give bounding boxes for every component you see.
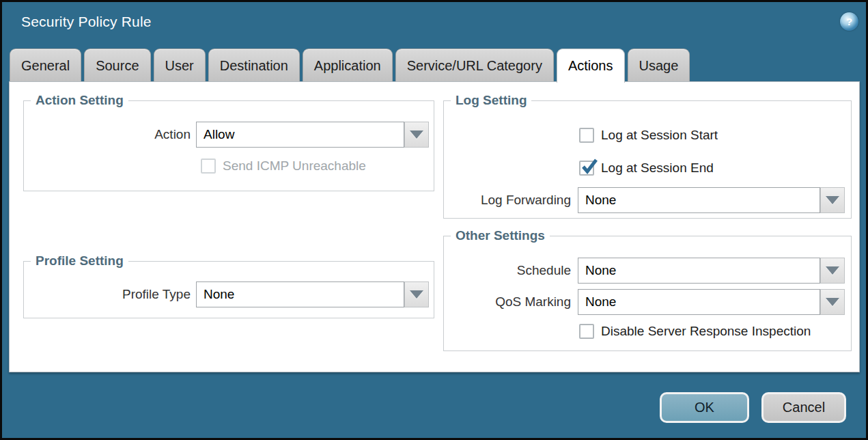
action-dropdown-button[interactable] <box>404 122 429 148</box>
dialog-title: Security Policy Rule <box>21 14 152 30</box>
log-setting-legend: Log Setting <box>451 93 531 108</box>
action-setting-legend: Action Setting <box>31 93 128 108</box>
other-settings-legend: Other Settings <box>451 228 550 243</box>
disable-sri-label: Disable Server Response Inspection <box>601 323 811 340</box>
schedule-dropdown-button[interactable] <box>820 258 845 284</box>
log-session-end-checkbox[interactable] <box>579 161 594 176</box>
qos-marking-dropdown[interactable]: None <box>578 289 820 315</box>
log-forwarding-dropdown[interactable]: None <box>578 187 820 213</box>
tab-bar: General Source User Destination Applicat… <box>10 49 690 81</box>
dropdown-arrow-icon <box>826 298 839 306</box>
log-session-end-label: Log at Session End <box>601 160 714 176</box>
security-policy-rule-dialog: Security Policy Rule ? General Source Us… <box>0 0 868 440</box>
schedule-value: None <box>585 263 616 277</box>
tab-user[interactable]: User <box>154 49 206 81</box>
log-session-start-checkbox[interactable] <box>579 128 594 143</box>
cancel-button[interactable]: Cancel <box>761 392 846 423</box>
schedule-label: Schedule <box>366 258 571 284</box>
action-label: Action <box>10 122 191 148</box>
action-dropdown[interactable]: Allow <box>196 122 404 148</box>
schedule-dropdown[interactable]: None <box>578 258 820 284</box>
tab-actions[interactable]: Actions <box>557 49 625 83</box>
qos-marking-dropdown-button[interactable] <box>820 289 845 315</box>
dropdown-arrow-icon <box>410 130 423 139</box>
tab-destination[interactable]: Destination <box>208 49 300 81</box>
send-icmp-label: Send ICMP Unreachable <box>223 158 366 174</box>
tab-source[interactable]: Source <box>84 49 150 81</box>
dropdown-arrow-icon <box>826 266 839 275</box>
qos-marking-value: None <box>585 294 616 309</box>
help-icon[interactable]: ? <box>840 12 858 31</box>
disable-sri-checkbox[interactable] <box>579 324 594 339</box>
profile-type-label: Profile Type <box>10 281 191 307</box>
send-icmp-checkbox <box>201 159 216 174</box>
actions-tab-panel: Action Setting Action Allow Send ICMP Un… <box>9 81 860 372</box>
tab-usage[interactable]: Usage <box>628 49 690 81</box>
log-session-start-label: Log at Session Start <box>601 127 718 143</box>
log-forwarding-value: None <box>585 193 616 207</box>
ok-button[interactable]: OK <box>660 392 749 423</box>
dropdown-arrow-icon <box>826 196 839 204</box>
log-forwarding-label: Log Forwarding <box>366 187 571 213</box>
action-value: Allow <box>204 127 234 141</box>
qos-marking-label: QoS Marking <box>366 289 571 315</box>
log-forwarding-dropdown-button[interactable] <box>820 187 845 213</box>
profile-type-value: None <box>204 287 234 301</box>
tab-general[interactable]: General <box>10 49 81 81</box>
tab-service-url-category[interactable]: Service/URL Category <box>395 49 554 81</box>
profile-setting-legend: Profile Setting <box>31 253 128 269</box>
tab-application[interactable]: Application <box>303 49 393 81</box>
checkmark-icon <box>580 157 598 176</box>
